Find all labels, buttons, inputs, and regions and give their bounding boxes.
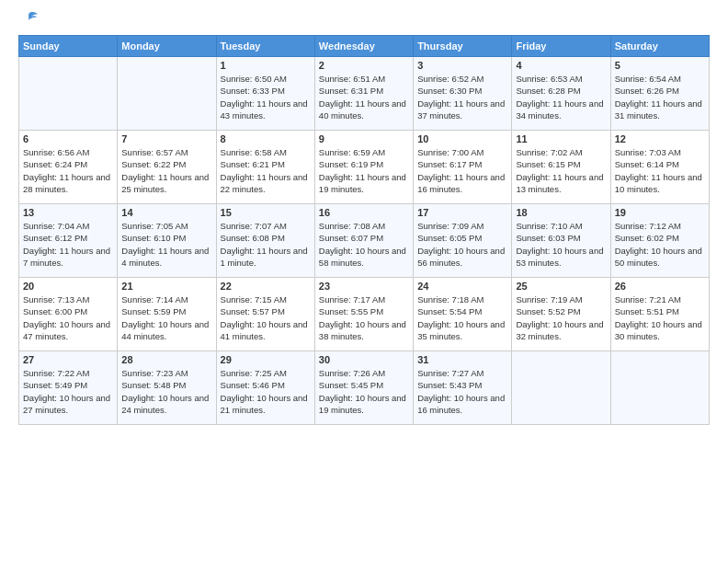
day-number: 1: [221, 60, 311, 71]
calendar-table: SundayMondayTuesdayWednesdayThursdayFrid…: [18, 35, 710, 425]
sunrise-text: Sunrise: 7:27 AM: [417, 368, 483, 378]
weekday-header-sunday: Sunday: [19, 36, 118, 57]
sunset-text: Sunset: 5:48 PM: [121, 380, 186, 390]
calendar-cell: [610, 351, 709, 425]
daylight-text: Daylight: 10 hours and 50 minutes.: [615, 246, 702, 268]
weekday-header-saturday: Saturday: [610, 36, 709, 57]
calendar-cell: 3 Sunrise: 6:52 AM Sunset: 6:30 PM Dayli…: [414, 57, 512, 131]
sunrise-text: Sunrise: 7:26 AM: [319, 368, 385, 378]
day-info: Sunrise: 7:23 AM Sunset: 5:48 PM Dayligh…: [121, 367, 211, 416]
daylight-text: Daylight: 10 hours and 32 minutes.: [516, 319, 603, 341]
calendar-cell: 7 Sunrise: 6:57 AM Sunset: 6:22 PM Dayli…: [118, 131, 216, 204]
calendar-week-row: 20 Sunrise: 7:13 AM Sunset: 6:00 PM Dayl…: [19, 278, 710, 351]
calendar-cell: 1 Sunrise: 6:50 AM Sunset: 6:33 PM Dayli…: [216, 57, 314, 131]
calendar-cell: 14 Sunrise: 7:05 AM Sunset: 6:10 PM Dayl…: [118, 204, 216, 278]
sunrise-text: Sunrise: 7:19 AM: [516, 294, 582, 304]
sunset-text: Sunset: 5:43 PM: [417, 380, 482, 390]
day-number: 8: [221, 133, 311, 144]
calendar-cell: 29 Sunrise: 7:25 AM Sunset: 5:46 PM Dayl…: [216, 351, 314, 425]
sunset-text: Sunset: 5:59 PM: [121, 306, 186, 316]
daylight-text: Daylight: 11 hours and 22 minutes.: [221, 172, 308, 194]
sunrise-text: Sunrise: 7:10 AM: [516, 221, 582, 231]
day-number: 22: [221, 281, 311, 292]
daylight-text: Daylight: 11 hours and 13 minutes.: [516, 172, 603, 194]
day-number: 21: [121, 281, 211, 292]
day-info: Sunrise: 6:56 AM Sunset: 6:24 PM Dayligh…: [23, 146, 113, 195]
daylight-text: Daylight: 10 hours and 27 minutes.: [23, 393, 110, 415]
daylight-text: Daylight: 10 hours and 58 minutes.: [319, 246, 406, 268]
calendar-cell: 13 Sunrise: 7:04 AM Sunset: 6:12 PM Dayl…: [19, 204, 118, 278]
day-info: Sunrise: 6:51 AM Sunset: 6:31 PM Dayligh…: [319, 73, 409, 121]
day-number: 18: [516, 207, 606, 218]
sunset-text: Sunset: 6:07 PM: [319, 233, 383, 243]
calendar-cell: 24 Sunrise: 7:18 AM Sunset: 5:54 PM Dayl…: [414, 278, 512, 351]
day-info: Sunrise: 7:18 AM Sunset: 5:54 PM Dayligh…: [417, 293, 507, 342]
calendar-cell: 5 Sunrise: 6:54 AM Sunset: 6:26 PM Dayli…: [610, 57, 709, 131]
calendar-cell: 26 Sunrise: 7:21 AM Sunset: 5:51 PM Dayl…: [610, 278, 709, 351]
calendar-cell: 30 Sunrise: 7:26 AM Sunset: 5:45 PM Dayl…: [314, 351, 413, 425]
daylight-text: Daylight: 10 hours and 21 minutes.: [221, 393, 308, 415]
daylight-text: Daylight: 11 hours and 7 minutes.: [23, 246, 110, 268]
calendar-cell: 17 Sunrise: 7:09 AM Sunset: 6:05 PM Dayl…: [414, 204, 512, 278]
sunrise-text: Sunrise: 7:12 AM: [615, 221, 681, 231]
calendar-cell: 9 Sunrise: 6:59 AM Sunset: 6:19 PM Dayli…: [314, 131, 413, 204]
sunrise-text: Sunrise: 7:05 AM: [121, 221, 188, 231]
day-number: 23: [319, 281, 409, 292]
day-info: Sunrise: 6:54 AM Sunset: 6:26 PM Dayligh…: [615, 73, 705, 121]
day-info: Sunrise: 7:17 AM Sunset: 5:55 PM Dayligh…: [319, 293, 409, 342]
day-number: 29: [221, 354, 311, 365]
daylight-text: Daylight: 10 hours and 44 minutes.: [121, 319, 209, 341]
calendar-cell: [512, 351, 610, 425]
day-info: Sunrise: 7:19 AM Sunset: 5:52 PM Dayligh…: [516, 293, 606, 342]
day-number: 26: [615, 281, 705, 292]
calendar-cell: 28 Sunrise: 7:23 AM Sunset: 5:48 PM Dayl…: [118, 351, 216, 425]
calendar-cell: 2 Sunrise: 6:51 AM Sunset: 6:31 PM Dayli…: [314, 57, 413, 131]
calendar-cell: 31 Sunrise: 7:27 AM Sunset: 5:43 PM Dayl…: [414, 351, 512, 425]
sunrise-text: Sunrise: 7:23 AM: [121, 368, 188, 378]
calendar-cell: 25 Sunrise: 7:19 AM Sunset: 5:52 PM Dayl…: [512, 278, 610, 351]
day-number: 3: [417, 60, 507, 71]
day-info: Sunrise: 7:07 AM Sunset: 6:08 PM Dayligh…: [221, 220, 311, 269]
daylight-text: Daylight: 11 hours and 1 minute.: [221, 246, 308, 268]
day-info: Sunrise: 6:53 AM Sunset: 6:28 PM Dayligh…: [516, 73, 606, 121]
calendar-week-row: 6 Sunrise: 6:56 AM Sunset: 6:24 PM Dayli…: [19, 131, 710, 204]
calendar-week-row: 13 Sunrise: 7:04 AM Sunset: 6:12 PM Dayl…: [19, 204, 710, 278]
day-number: 6: [23, 133, 113, 144]
daylight-text: Daylight: 11 hours and 43 minutes.: [221, 98, 308, 121]
sunrise-text: Sunrise: 7:25 AM: [221, 368, 287, 378]
day-info: Sunrise: 7:04 AM Sunset: 6:12 PM Dayligh…: [23, 220, 113, 269]
daylight-text: Daylight: 10 hours and 53 minutes.: [516, 246, 603, 268]
sunset-text: Sunset: 6:28 PM: [516, 86, 580, 96]
sunrise-text: Sunrise: 6:53 AM: [516, 74, 582, 84]
daylight-text: Daylight: 10 hours and 30 minutes.: [615, 319, 702, 341]
daylight-text: Daylight: 10 hours and 38 minutes.: [319, 319, 406, 341]
daylight-text: Daylight: 10 hours and 24 minutes.: [121, 393, 209, 415]
daylight-text: Daylight: 11 hours and 28 minutes.: [23, 172, 110, 194]
sunrise-text: Sunrise: 7:13 AM: [23, 294, 89, 304]
sunrise-text: Sunrise: 7:03 AM: [615, 147, 681, 157]
sunrise-text: Sunrise: 7:00 AM: [417, 147, 483, 157]
calendar-cell: 20 Sunrise: 7:13 AM Sunset: 6:00 PM Dayl…: [19, 278, 118, 351]
sunset-text: Sunset: 6:00 PM: [23, 306, 87, 316]
calendar-week-row: 27 Sunrise: 7:22 AM Sunset: 5:49 PM Dayl…: [19, 351, 710, 425]
sunrise-text: Sunrise: 7:22 AM: [23, 368, 89, 378]
day-info: Sunrise: 6:59 AM Sunset: 6:19 PM Dayligh…: [319, 146, 409, 195]
daylight-text: Daylight: 11 hours and 34 minutes.: [516, 98, 603, 121]
sunset-text: Sunset: 5:45 PM: [319, 380, 383, 390]
day-info: Sunrise: 7:15 AM Sunset: 5:57 PM Dayligh…: [221, 293, 311, 342]
day-info: Sunrise: 7:02 AM Sunset: 6:15 PM Dayligh…: [516, 146, 606, 195]
sunrise-text: Sunrise: 6:51 AM: [319, 74, 385, 84]
weekday-header-thursday: Thursday: [414, 36, 512, 57]
sunset-text: Sunset: 6:24 PM: [23, 159, 87, 169]
sunrise-text: Sunrise: 7:21 AM: [615, 294, 681, 304]
calendar-cell: 19 Sunrise: 7:12 AM Sunset: 6:02 PM Dayl…: [610, 204, 709, 278]
sunset-text: Sunset: 6:15 PM: [516, 159, 580, 169]
sunset-text: Sunset: 6:21 PM: [221, 159, 285, 169]
sunset-text: Sunset: 5:55 PM: [319, 306, 383, 316]
sunset-text: Sunset: 5:52 PM: [516, 306, 580, 316]
day-info: Sunrise: 6:58 AM Sunset: 6:21 PM Dayligh…: [221, 146, 311, 195]
daylight-text: Daylight: 11 hours and 25 minutes.: [121, 172, 209, 194]
calendar-cell: 11 Sunrise: 7:02 AM Sunset: 6:15 PM Dayl…: [512, 131, 610, 204]
day-number: 16: [319, 207, 409, 218]
weekday-header-tuesday: Tuesday: [216, 36, 314, 57]
